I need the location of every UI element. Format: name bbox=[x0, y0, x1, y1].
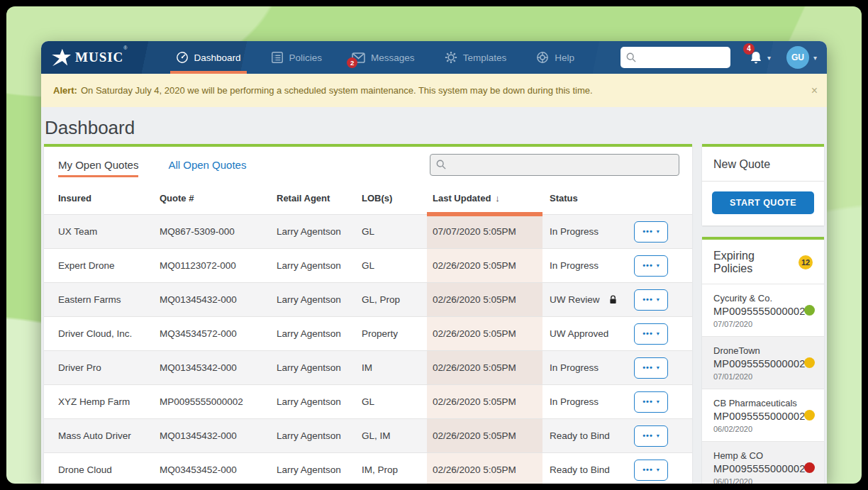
quote-row[interactable]: Mass Auto Driver MQ01345432-000 Larry Ag… bbox=[44, 418, 692, 452]
quote-row[interactable]: Expert Drone MQ01123072-000 Larry Agents… bbox=[44, 248, 692, 282]
cell-updated: 02/26/2020 5:05PM bbox=[427, 249, 542, 282]
cell-agent: Larry Agentson bbox=[277, 464, 362, 475]
logo-text: MUSIC bbox=[75, 50, 123, 65]
expiring-count-badge: 12 bbox=[799, 255, 813, 269]
cell-quote: MP0095555000002 bbox=[160, 396, 277, 407]
registered-mark: ® bbox=[123, 45, 127, 50]
notifications-button[interactable]: 4 ▾ bbox=[749, 50, 771, 65]
templates-gear-icon bbox=[445, 51, 457, 64]
dashboard-icon bbox=[176, 51, 189, 64]
col-header-updated[interactable]: Last Updated↓ bbox=[427, 193, 542, 204]
alert-close-icon[interactable]: × bbox=[811, 85, 818, 96]
cell-status: UW Review bbox=[542, 294, 624, 305]
cell-insured: Driver Cloud, Inc. bbox=[58, 328, 160, 339]
search-icon bbox=[436, 160, 446, 169]
row-actions-button[interactable]: •••▾ bbox=[634, 391, 668, 413]
cell-status: UW Approved bbox=[542, 328, 624, 339]
nav-item-policies[interactable]: Policies bbox=[268, 41, 326, 74]
cell-updated: 07/07/2020 5:05PM bbox=[427, 215, 542, 248]
row-actions-button[interactable]: •••▾ bbox=[634, 289, 668, 311]
cell-agent: Larry Agentson bbox=[277, 226, 362, 237]
user-menu-caret-icon: ▾ bbox=[813, 54, 817, 62]
cell-status: Ready to Bind bbox=[542, 430, 624, 441]
cell-updated: 02/26/2020 5:05PM bbox=[427, 453, 542, 484]
cell-updated: 02/26/2020 5:05PM bbox=[427, 317, 542, 350]
chevron-down-icon: ▾ bbox=[657, 297, 660, 303]
nav-item-messages[interactable]: 2 Messages bbox=[349, 41, 418, 74]
row-actions-button[interactable]: •••▾ bbox=[634, 221, 668, 243]
alert-message: On Saturday July 4, 2020 we will be perf… bbox=[81, 85, 593, 96]
nav-label: Messages bbox=[371, 52, 415, 63]
tab-all-open-quotes[interactable]: All Open Quotes bbox=[168, 159, 246, 171]
cell-insured: Expert Drone bbox=[58, 260, 160, 271]
policy-expiry-date: 07/07/2020 bbox=[713, 320, 799, 328]
quote-row[interactable]: Driver Pro MQ01345342-000 Larry Agentson… bbox=[44, 350, 692, 384]
cell-status: In Progress bbox=[542, 226, 624, 237]
row-actions-button[interactable]: •••▾ bbox=[634, 357, 668, 379]
ellipsis-icon: ••• bbox=[642, 432, 653, 440]
cell-insured: Eastern Farms bbox=[58, 294, 160, 305]
nav-label: Dashboard bbox=[194, 52, 241, 63]
quote-row[interactable]: Drone Cloud MQ03453452-000 Larry Agentso… bbox=[44, 452, 692, 484]
cell-quote: MQ867-5309-000 bbox=[160, 226, 277, 237]
chevron-down-icon: ▾ bbox=[657, 365, 660, 371]
status-dot bbox=[804, 462, 815, 473]
policy-name: Hemp & CO bbox=[713, 450, 799, 461]
expiring-policy-item[interactable]: DroneTown MP0095555000002 07/01/2020 bbox=[702, 336, 824, 389]
chevron-down-icon: ▾ bbox=[657, 399, 660, 405]
row-actions-button[interactable]: •••▾ bbox=[634, 255, 668, 277]
new-quote-title: New Quote bbox=[702, 147, 824, 181]
ellipsis-icon: ••• bbox=[642, 296, 653, 304]
cell-updated: 02/26/2020 5:05PM bbox=[427, 385, 542, 418]
row-actions-button[interactable]: •••▾ bbox=[634, 460, 668, 481]
expiring-policy-item[interactable]: Hemp & CO MP0095555000002 06/01/2020 bbox=[702, 441, 824, 484]
cell-quote: MQ03453452-000 bbox=[160, 464, 277, 475]
col-header-lob[interactable]: LOB(s) bbox=[362, 193, 427, 204]
quote-row[interactable]: Eastern Farms MQ01345432-000 Larry Agent… bbox=[44, 282, 692, 316]
quotes-tabs: My Open Quotes All Open Quotes bbox=[44, 147, 692, 182]
quote-row[interactable]: UX Team MQ867-5309-000 Larry Agentson GL… bbox=[44, 214, 692, 248]
quote-row[interactable]: XYZ Hemp Farm MP0095555000002 Larry Agen… bbox=[44, 384, 692, 418]
table-header-row: Insured Quote # Retail Agent LOB(s) Last… bbox=[44, 182, 692, 214]
cell-lob: GL, Prop bbox=[362, 294, 427, 305]
chevron-down-icon: ▾ bbox=[657, 229, 660, 235]
cell-lob: Property bbox=[362, 328, 427, 339]
search-icon bbox=[626, 52, 636, 62]
col-header-quote[interactable]: Quote # bbox=[160, 193, 277, 204]
messages-badge: 2 bbox=[347, 57, 357, 68]
expiring-policy-item[interactable]: Cycurity & Co. MP0095555000002 07/07/202… bbox=[702, 284, 824, 336]
cell-insured: Mass Auto Driver bbox=[58, 430, 160, 441]
user-menu[interactable]: GU ▾ bbox=[786, 46, 817, 69]
quotes-search[interactable] bbox=[430, 154, 679, 176]
global-search[interactable] bbox=[621, 47, 730, 68]
nav-item-help[interactable]: Help bbox=[533, 41, 577, 74]
chevron-down-icon: ▾ bbox=[657, 263, 660, 269]
cell-lob: GL bbox=[362, 396, 427, 407]
global-search-input[interactable] bbox=[640, 52, 718, 62]
tab-my-open-quotes[interactable]: My Open Quotes bbox=[58, 159, 138, 171]
col-header-status[interactable]: Status bbox=[542, 193, 624, 204]
start-quote-button[interactable]: START QUOTE bbox=[712, 191, 814, 214]
nav-label: Policies bbox=[289, 52, 323, 63]
expiring-policies-card: Expiring Policies 12 Cycurity & Co. MP00… bbox=[702, 237, 824, 484]
nav-label: Templates bbox=[463, 52, 507, 63]
col-header-insured[interactable]: Insured bbox=[58, 193, 160, 204]
cell-lob: IM bbox=[362, 362, 427, 373]
music-logo[interactable]: MUSIC® bbox=[51, 48, 128, 67]
quotes-search-input[interactable] bbox=[452, 160, 664, 169]
quote-row[interactable]: Driver Cloud, Inc. MQ34534572-000 Larry … bbox=[44, 316, 692, 350]
cell-agent: Larry Agentson bbox=[277, 328, 362, 339]
ellipsis-icon: ••• bbox=[642, 466, 653, 474]
nav-item-templates[interactable]: Templates bbox=[442, 41, 510, 74]
policy-name: CB Pharmaceuticals bbox=[713, 398, 799, 408]
alert-label: Alert: bbox=[53, 85, 77, 96]
cell-agent: Larry Agentson bbox=[277, 396, 362, 407]
expiring-policy-item[interactable]: CB Pharmaceuticals MP0095555000002 06/02… bbox=[702, 389, 824, 441]
nav-item-dashboard[interactable]: Dashboard bbox=[173, 41, 244, 74]
ellipsis-icon: ••• bbox=[642, 330, 653, 338]
row-actions-button[interactable]: •••▾ bbox=[634, 425, 668, 447]
help-lifering-icon bbox=[536, 51, 549, 64]
policy-number: MP0095555000002 bbox=[713, 463, 799, 474]
col-header-agent[interactable]: Retail Agent bbox=[277, 193, 362, 204]
row-actions-button[interactable]: •••▾ bbox=[634, 323, 668, 345]
